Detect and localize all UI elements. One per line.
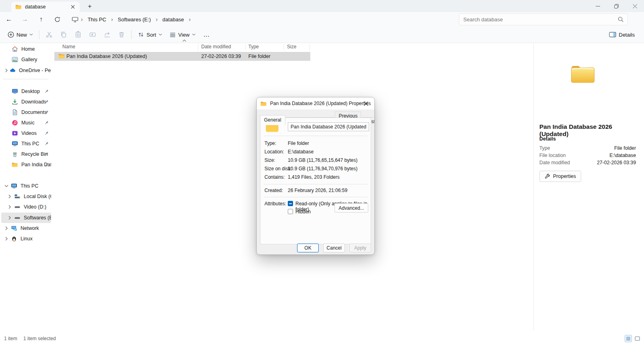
- this-pc-icon: [12, 140, 18, 147]
- new-button[interactable]: New: [4, 29, 37, 41]
- sort-button[interactable]: Sort: [134, 29, 166, 41]
- sidebar-item-gallery[interactable]: Gallery: [1, 54, 51, 65]
- refresh-icon: [54, 17, 60, 23]
- column-header-name[interactable]: Name: [62, 44, 75, 50]
- chevron-down-icon: [4, 185, 8, 187]
- chevron-right-icon: [5, 68, 8, 72]
- sidebar-item-label: Desktop: [21, 89, 40, 94]
- sidebar-item-videos[interactable]: Videos: [1, 128, 51, 138]
- status-bar: 1 item 1 item selected: [0, 330, 644, 345]
- column-header-size[interactable]: Size: [287, 44, 296, 50]
- details-pane-toggle[interactable]: Details: [605, 29, 638, 41]
- large-icons-view-icon: [635, 336, 640, 341]
- breadcrumb-folder[interactable]: database: [160, 15, 187, 24]
- dialog-close-button[interactable]: [357, 97, 374, 109]
- up-button[interactable]: ↑: [34, 13, 48, 26]
- view-button-label: View: [178, 32, 190, 38]
- forward-button[interactable]: →: [18, 13, 32, 26]
- close-icon: [71, 5, 75, 9]
- detail-row-file-location: File locationE:\database: [539, 153, 636, 160]
- explorer-tab[interactable]: database: [11, 2, 80, 12]
- detail-row-date-modified: Date modified27-02-2026 03:39: [539, 160, 636, 167]
- search-input[interactable]: [463, 17, 618, 23]
- sidebar-item-label: Network: [21, 225, 39, 231]
- sidebar-item-label: Gallery: [21, 57, 37, 62]
- advanced-button[interactable]: Advanced...: [334, 203, 368, 213]
- tab-close-button[interactable]: [69, 3, 76, 10]
- sidebar-item-network[interactable]: Network: [1, 223, 51, 233]
- folder-icon: [15, 4, 22, 10]
- chevron-right-icon: [8, 194, 11, 198]
- created-value: 26 February 2026, 21:06:59: [288, 188, 347, 193]
- read-only-checkbox[interactable]: [288, 201, 293, 206]
- chevron-down-icon: [192, 33, 196, 36]
- more-options-button[interactable]: …: [199, 31, 214, 38]
- general-tab-page: Type: File folder Location: E:\database …: [260, 118, 371, 244]
- sidebar-item-music[interactable]: Music: [1, 118, 51, 128]
- pin-icon: [44, 162, 49, 167]
- sidebar-item-label: Videos: [21, 130, 37, 136]
- column-header-type[interactable]: Type: [248, 44, 259, 50]
- dialog-title-bar[interactable]: Pan India Database 2026 (Updated) Proper…: [257, 97, 374, 109]
- view-button[interactable]: View: [166, 29, 199, 41]
- refresh-button[interactable]: [50, 13, 64, 26]
- close-icon: [364, 101, 368, 106]
- folder-icon: [260, 101, 267, 106]
- drive-icon: [14, 215, 21, 221]
- chevron-right-icon: ›: [78, 16, 85, 23]
- minimize-button[interactable]: [588, 0, 607, 12]
- chevron-right-icon: ›: [153, 16, 160, 23]
- chevron-right-icon: [8, 216, 11, 220]
- selection-count: 1 item selected: [23, 336, 56, 341]
- sidebar-item-label: This PC: [21, 183, 38, 189]
- restore-button[interactable]: [607, 0, 625, 12]
- sidebar-item-onedrive[interactable]: OneDrive - Persona: [1, 65, 51, 76]
- sidebar-item-home[interactable]: Home: [1, 44, 51, 54]
- sidebar-tree-video-d[interactable]: Video (D:): [1, 202, 51, 212]
- home-icon: [12, 46, 18, 52]
- sidebar-item-downloads[interactable]: Downloads: [1, 97, 51, 107]
- tab-general[interactable]: General: [260, 115, 285, 125]
- sidebar-item-pan-india-database[interactable]: Pan India Datab: [1, 159, 51, 170]
- breadcrumb-drive[interactable]: Softwares (E:): [116, 15, 153, 24]
- large-icons-view-toggle[interactable]: [634, 335, 641, 342]
- folder-name-input[interactable]: [288, 122, 369, 131]
- onedrive-icon: [9, 67, 16, 74]
- sidebar-item-this-pc[interactable]: This PC: [1, 138, 51, 149]
- search-icon: [618, 17, 623, 22]
- pin-icon: [44, 120, 49, 125]
- share-icon: [103, 31, 111, 38]
- this-pc-icon: [11, 183, 17, 189]
- properties-button[interactable]: Properties: [539, 171, 581, 182]
- sidebar-item-documents[interactable]: Documents: [1, 107, 51, 118]
- sidebar-tree-local-disk-c[interactable]: Local Disk (C:): [1, 191, 51, 202]
- close-window-button[interactable]: [625, 0, 644, 12]
- properties-button-label: Properties: [553, 174, 576, 179]
- size-label: Size:: [264, 157, 275, 163]
- hidden-checkbox[interactable]: [288, 209, 293, 214]
- dialog-title: Pan India Database 2026 (Updated) Proper…: [270, 101, 371, 106]
- ok-button[interactable]: OK: [297, 244, 319, 252]
- column-header-date-modified[interactable]: Date modified: [201, 44, 231, 50]
- location-label: Location:: [264, 149, 284, 155]
- breadcrumb-this-pc[interactable]: This PC: [85, 15, 109, 24]
- file-name: Pan India Database 2026 (Updated): [66, 54, 147, 59]
- sidebar-item-recycle-bin[interactable]: Recycle Bin: [1, 149, 51, 159]
- pin-icon: [44, 131, 49, 135]
- toolbar-separator: [39, 30, 39, 39]
- cancel-button[interactable]: Cancel: [323, 244, 345, 252]
- file-row-selected[interactable]: Pan India Database 2026 (Updated) 27-02-…: [54, 52, 310, 61]
- search-box[interactable]: [459, 13, 628, 25]
- chevron-right-icon: ›: [186, 16, 193, 23]
- sidebar-item-desktop[interactable]: Desktop: [1, 86, 51, 97]
- apply-button[interactable]: Apply: [349, 244, 371, 252]
- plus-circle-icon: [8, 31, 14, 38]
- chevron-down-icon: [29, 33, 33, 36]
- network-icon: [11, 225, 17, 231]
- sidebar-tree-softwares-e[interactable]: Softwares (E:): [1, 213, 51, 223]
- back-button[interactable]: ←: [2, 13, 16, 26]
- sidebar-item-linux[interactable]: Linux: [1, 233, 51, 244]
- sidebar-tree-this-pc[interactable]: This PC: [1, 181, 51, 191]
- details-view-toggle[interactable]: [625, 335, 632, 342]
- new-tab-button[interactable]: +: [85, 2, 95, 11]
